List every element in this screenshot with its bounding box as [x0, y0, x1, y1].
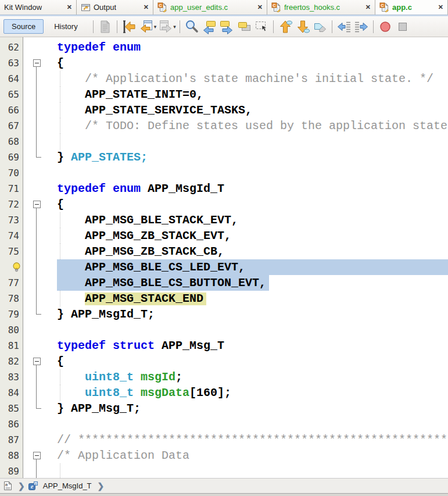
fold-line — [36, 244, 37, 259]
code-line[interactable]: APP_MSG_BLE_CS_LED_EVT, — [0, 259, 448, 275]
fold-line — [36, 463, 37, 478]
enum-icon[interactable]: ee — [28, 481, 38, 491]
fold-collapse-icon[interactable] — [33, 358, 41, 365]
tab-close-icon[interactable]: ✕ — [253, 3, 263, 11]
code-line[interactable]: 69} APP_STATES; — [0, 149, 448, 165]
shift-right-icon[interactable] — [354, 19, 369, 34]
code-line[interactable]: 62typedef enum — [0, 40, 448, 55]
tab-kit-window[interactable]: Kit Window✕ — [0, 0, 77, 15]
breadcrumb-chevron-icon[interactable]: ❯ — [98, 481, 105, 491]
line-number: 84 — [0, 385, 19, 401]
tab-label: app.c — [392, 3, 412, 12]
fold-line — [36, 459, 37, 463]
source-view-button[interactable]: Source — [3, 19, 44, 34]
c-file-icon: C — [271, 2, 281, 12]
code-line[interactable]: 64 /* Application's state machine's init… — [0, 71, 448, 87]
record-macro-icon[interactable] — [378, 19, 393, 34]
svg-text:C: C — [381, 3, 384, 8]
tab-close-icon[interactable]: ✕ — [433, 3, 443, 11]
code-line[interactable]: 65 APP_STATE_INIT=0, — [0, 87, 448, 102]
code-line[interactable]: 82{ — [0, 354, 448, 369]
next-bookmark-icon[interactable] — [295, 19, 310, 34]
fold-line — [36, 259, 37, 275]
dropdown-caret-icon[interactable]: ▾ — [173, 24, 176, 30]
code-line[interactable]: 75 APP_MSG_ZB_STACK_CB, — [0, 244, 448, 259]
fold-collapse-icon[interactable] — [33, 452, 41, 459]
code-line[interactable]: 73 APP_MSG_BLE_STACK_EVT, — [0, 212, 448, 228]
toolbar-separator — [373, 20, 374, 33]
breadcrumb-item[interactable]: APP_MsgId_T — [40, 481, 92, 490]
hint-lightbulb-icon[interactable] — [12, 262, 21, 275]
history-view-button[interactable]: History — [46, 19, 85, 34]
code-line[interactable]: 85} APP_Msg_T; — [0, 401, 448, 416]
line-number: 82 — [0, 354, 19, 369]
file-badge-icon[interactable]: n — [3, 481, 12, 491]
line-number: 85 — [0, 401, 19, 416]
fold-line — [36, 208, 37, 212]
fold-collapse-icon[interactable] — [33, 201, 41, 208]
find-next-icon[interactable] — [219, 19, 234, 34]
find-icon[interactable] — [184, 19, 199, 34]
code-line[interactable]: 88/* Application Data — [0, 448, 448, 463]
tab-freertos-hooks-c[interactable]: Cfreertos_hooks.c✕ — [267, 0, 375, 15]
shift-left-icon[interactable] — [336, 19, 352, 34]
code-line[interactable]: 72{ — [0, 197, 448, 212]
fold-line — [36, 134, 37, 149]
code-line[interactable]: 79} APP_MsgId_T; — [0, 306, 448, 322]
toggle-bookmark-icon[interactable] — [313, 19, 328, 34]
code-line[interactable]: 66 APP_STATE_SERVICE_TASKS, — [0, 102, 448, 118]
line-number: 78 — [0, 291, 19, 306]
find-previous-icon[interactable] — [202, 19, 217, 34]
code-line[interactable]: 63{ — [0, 55, 448, 71]
code-text: // *************************************… — [57, 432, 448, 448]
code-line[interactable]: 87// ***********************************… — [0, 432, 448, 448]
code-line[interactable]: 84 uint8_t msgData[160]; — [0, 385, 448, 401]
code-line[interactable]: 67 /* TODO: Define states used by the ap… — [0, 118, 448, 134]
dropdown-caret-icon[interactable]: ▾ — [154, 24, 157, 30]
code-text: } APP_Msg_T; — [57, 401, 141, 416]
tab-app-c[interactable]: Capp.c✕ — [375, 0, 448, 15]
code-line[interactable]: 74 APP_MSG_ZB_STACK_EVT, — [0, 228, 448, 244]
line-number: 88 — [0, 448, 19, 463]
line-number: 63 — [0, 55, 19, 71]
tab-close-icon[interactable]: ✕ — [139, 3, 149, 11]
line-number: 72 — [0, 197, 19, 212]
fold-collapse-icon[interactable] — [33, 59, 41, 67]
line-number: 73 — [0, 212, 19, 228]
tab-app-user-edits-c[interactable]: Capp_user_edits.c✕ — [153, 0, 267, 15]
back-icon[interactable] — [139, 19, 154, 34]
code-editor[interactable]: 62typedef enum63{64 /* Application's sta… — [0, 37, 448, 478]
code-text: typedef enum — [57, 40, 141, 55]
previous-bookmark-icon[interactable] — [278, 19, 293, 34]
toggle-highlight-icon[interactable] — [236, 19, 252, 34]
code-text: { — [57, 55, 64, 71]
code-line[interactable]: 86 — [0, 416, 448, 432]
tab-close-icon[interactable]: ✕ — [361, 3, 371, 11]
code-line[interactable]: 81typedef struct APP_Msg_T — [0, 338, 448, 354]
last-edit-icon[interactable] — [121, 19, 137, 34]
tab-label: app_user_edits.c — [170, 3, 228, 12]
stop-macro-icon[interactable] — [395, 19, 410, 34]
code-text: /* Application Data — [57, 448, 189, 463]
code-line[interactable]: 77 APP_MSG_BLE_CS_BUTTON_EVT, — [0, 275, 448, 291]
code-line[interactable]: 71typedef enum APP_MsgId_T — [0, 181, 448, 197]
tab-output[interactable]: Output✕ — [77, 0, 153, 15]
code-line[interactable]: 70 — [0, 165, 448, 181]
code-text: /* Application's state machine's initial… — [57, 71, 433, 87]
code-text: typedef struct APP_Msg_T — [57, 338, 224, 354]
fold-line — [36, 149, 37, 158]
tab-close-icon[interactable]: ✕ — [62, 3, 72, 11]
rectangular-selection-icon[interactable] — [254, 19, 269, 34]
code-line[interactable]: 80 — [0, 322, 448, 338]
fold-line — [36, 291, 37, 306]
code-text: { — [57, 354, 64, 369]
breadcrumb-chevron-icon[interactable]: ❯ — [18, 481, 25, 491]
code-line[interactable]: 83 uint8_t msgId; — [0, 369, 448, 385]
code-line[interactable]: 78 APP_MSG_STACK_END — [0, 291, 448, 306]
code-line[interactable]: 68 — [0, 134, 448, 149]
code-line[interactable]: 89 — [0, 463, 448, 478]
c-file-icon: C — [157, 2, 167, 12]
code-text: uint8_t msgId; — [57, 369, 182, 385]
line-number: 66 — [0, 102, 19, 118]
svg-text:C: C — [159, 3, 162, 8]
